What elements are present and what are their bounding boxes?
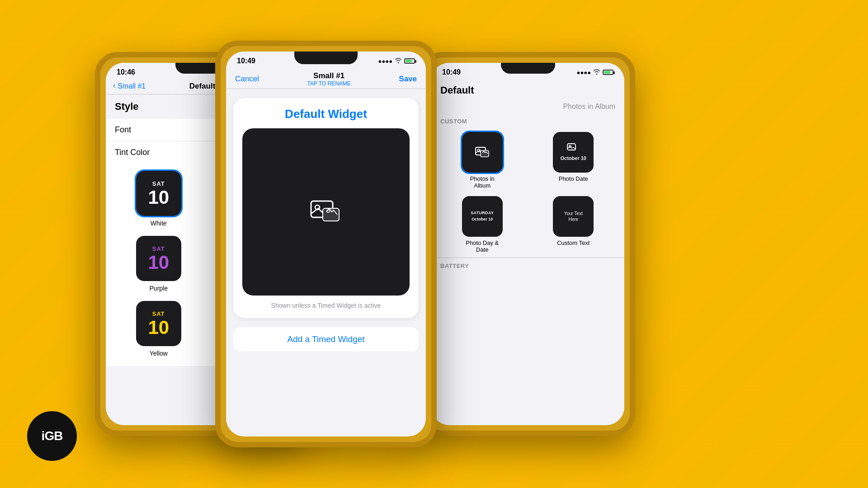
- right-wifi-icon: [593, 69, 600, 76]
- photo-placeholder-icon: [310, 198, 342, 225]
- widget-preview-yellow: SAT 10: [136, 301, 181, 346]
- left-nav-title: Default: [189, 82, 216, 91]
- right-signal-icon: ●●●●: [577, 69, 591, 76]
- widget-preview-purple: SAT 10: [136, 236, 181, 281]
- widget-options-grid: Photos inAlbum October 10 Photo Date: [431, 127, 624, 258]
- color-option-yellow[interactable]: SAT 10 Yellow: [115, 296, 203, 361]
- right-phone-notch: [501, 63, 555, 74]
- right-status-icons: ●●●●: [577, 69, 613, 76]
- widget-option-photo-day-date[interactable]: SATURDAY October 10 Photo Day &Date: [440, 196, 524, 253]
- color-option-white[interactable]: SAT 10 White: [115, 166, 203, 231]
- center-status-time: 10:49: [237, 57, 255, 65]
- center-phone: 10:49 ●●●● Cancel Small #1: [215, 41, 437, 447]
- widget-day-white: SAT: [152, 180, 165, 187]
- day-date-october10: October 10: [472, 217, 493, 222]
- widget-day-purple: SAT: [152, 245, 165, 252]
- widget-num-white: 10: [148, 188, 169, 207]
- widget-label-photos-album: Photos inAlbum: [470, 175, 495, 189]
- color-name-white: White: [151, 220, 167, 227]
- photos-album-icon: [475, 146, 490, 159]
- widget-thumb-photo-day-date: SATURDAY October 10: [462, 196, 503, 237]
- widget-num-purple: 10: [148, 253, 169, 272]
- widget-label-custom-text: Custom Text: [557, 239, 590, 246]
- custom-text-your-text: Your TextHere: [564, 211, 583, 222]
- igb-logo: iGB: [27, 411, 77, 461]
- right-subheader: Photos in Album: [431, 100, 624, 115]
- photo-date-text: October 10: [561, 155, 586, 161]
- right-custom-section-label: CUSTOM: [431, 115, 624, 127]
- widget-label-photo-day-date: Photo Day &Date: [466, 239, 499, 253]
- battery-section-label: BATTERY: [431, 258, 624, 271]
- widget-day-yellow: SAT: [152, 310, 165, 317]
- widget-thumb-custom-text: Your TextHere: [553, 196, 594, 237]
- widget-thumb-photos-album: [462, 132, 503, 173]
- color-name-purple: Purple: [150, 285, 168, 292]
- back-button[interactable]: ‹ Small #1: [113, 82, 146, 90]
- widget-label-photo-date: Photo Date: [559, 175, 588, 182]
- widget-option-custom-text[interactable]: Your TextHere Custom Text: [532, 196, 616, 253]
- save-button[interactable]: Save: [399, 75, 417, 84]
- widget-card-title: Default Widget: [242, 107, 410, 121]
- center-signal-icon: ●●●●: [378, 58, 392, 65]
- center-phone-notch: [294, 52, 358, 64]
- center-wifi-icon: [395, 58, 402, 65]
- left-status-time: 10:46: [117, 68, 135, 76]
- color-name-yellow: Yellow: [150, 350, 168, 357]
- center-widget-title: Small #1: [307, 71, 350, 80]
- widget-preview-white: SAT 10: [136, 171, 181, 216]
- igb-logo-text: iGB: [42, 429, 63, 443]
- center-status-icons: ●●●●: [378, 58, 415, 65]
- center-title-block: Small #1 TAP TO RENAME: [307, 71, 350, 87]
- center-battery-icon: [404, 58, 415, 64]
- right-phone: 10:49 ●●●● Default Photos in Album CUSTO…: [420, 52, 635, 436]
- widget-option-photos-album[interactable]: Photos inAlbum: [440, 132, 524, 189]
- right-default-header: Default: [431, 78, 624, 100]
- widget-caption: Shown unless a Timed Widget is active: [242, 302, 410, 309]
- right-status-time: 10:49: [442, 68, 461, 76]
- cancel-button[interactable]: Cancel: [235, 75, 259, 84]
- widget-card: Default Widget Shown unless a Timed Widg…: [233, 98, 419, 318]
- add-timed-widget-button[interactable]: Add a Timed Widget: [233, 327, 419, 352]
- widget-option-photo-date[interactable]: October 10 Photo Date: [532, 132, 616, 189]
- color-option-purple[interactable]: SAT 10 Purple: [115, 231, 203, 296]
- back-label: Small #1: [118, 82, 146, 90]
- widget-thumb-photo-date: October 10: [553, 132, 594, 173]
- widget-main-preview: [242, 128, 410, 296]
- right-battery-icon: [603, 70, 613, 75]
- right-phone-screen: 10:49 ●●●● Default Photos in Album CUSTO…: [431, 63, 624, 425]
- center-nav-bar: Cancel Small #1 TAP TO RENAME Save: [226, 67, 426, 89]
- center-rename-hint[interactable]: TAP TO RENAME: [307, 80, 350, 87]
- center-phone-screen: 10:49 ●●●● Cancel Small #1: [226, 52, 426, 436]
- photo-date-icon: [567, 143, 580, 153]
- widget-num-yellow: 10: [148, 318, 169, 337]
- back-chevron-icon: ‹: [113, 81, 116, 90]
- day-date-saturday: SATURDAY: [471, 211, 494, 216]
